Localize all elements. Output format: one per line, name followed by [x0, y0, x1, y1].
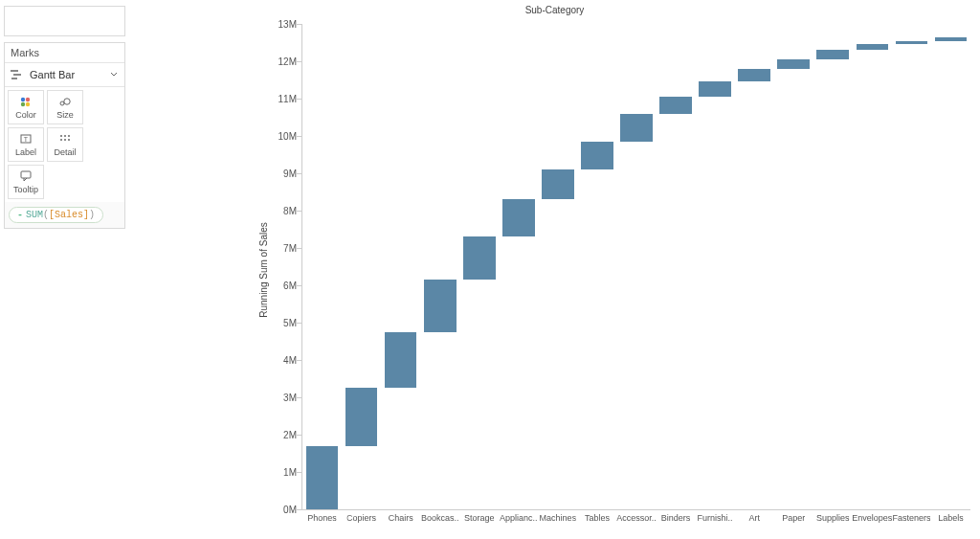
svg-point-12: [64, 135, 66, 137]
marks-size-label: Size: [56, 110, 74, 120]
sidebar: Marks Gantt Bar Color: [0, 0, 129, 539]
marks-card: Marks Gantt Bar Color: [4, 42, 125, 229]
y-tick-label: 0M: [283, 505, 302, 515]
marks-color-label: Color: [15, 110, 36, 120]
marks-title: Marks: [5, 43, 124, 63]
marks-tooltip-button[interactable]: Tooltip: [8, 165, 44, 199]
waterfall-bar[interactable]: [502, 199, 535, 236]
svg-point-8: [64, 99, 70, 104]
y-tick-label: 13M: [278, 19, 302, 30]
marks-pill-row: - SUM ( [Sales] ): [5, 202, 124, 228]
x-tick-label: Tables: [585, 509, 610, 523]
marks-color-button[interactable]: Color: [8, 90, 44, 124]
waterfall-bar[interactable]: [345, 388, 378, 445]
y-tick-label: 1M: [283, 467, 302, 478]
pill-close: ): [89, 210, 95, 220]
waterfall-bar[interactable]: [738, 69, 770, 82]
svg-point-13: [68, 135, 70, 137]
waterfall-bar[interactable]: [777, 59, 810, 69]
x-tick-label: Machines: [540, 509, 577, 523]
y-tick-label: 7M: [283, 243, 302, 254]
y-tick-label: 2M: [283, 430, 302, 440]
x-tick-label: Chairs: [389, 509, 413, 523]
app-root: Marks Gantt Bar Color: [0, 0, 980, 539]
y-tick-label: 5M: [283, 318, 302, 328]
x-tick-label: Accessor..: [616, 509, 657, 523]
x-tick-label: Storage: [464, 509, 495, 523]
waterfall-bar[interactable]: [857, 44, 889, 50]
y-tick-label: 3M: [283, 393, 302, 403]
chart-title: Sub-Category: [129, 5, 980, 15]
waterfall-bar[interactable]: [935, 37, 968, 40]
shelf-placeholder[interactable]: [4, 6, 125, 36]
svg-point-14: [60, 139, 62, 141]
waterfall-bar[interactable]: [581, 142, 613, 169]
x-tick-label: Applianc..: [500, 509, 538, 523]
x-tick-label: Supplies: [816, 509, 850, 523]
svg-point-11: [60, 135, 62, 137]
x-tick-label: Fasteners: [892, 509, 930, 523]
waterfall-bar[interactable]: [385, 332, 417, 389]
x-tick-label: Binders: [661, 509, 691, 523]
tooltip-icon: [19, 169, 33, 183]
y-tick-label: 4M: [283, 355, 302, 366]
x-tick-label: Envelopes: [852, 509, 892, 523]
marks-label-label: Label: [15, 147, 36, 157]
marks-grid: Color Size T Label: [5, 87, 124, 202]
pill-minus: -: [17, 210, 23, 220]
waterfall-bar[interactable]: [463, 236, 496, 280]
svg-text:T: T: [24, 136, 29, 143]
y-tick-label: 9M: [283, 168, 302, 179]
gantt-bar-icon: [11, 68, 24, 81]
marks-size-button[interactable]: Size: [47, 90, 83, 124]
size-icon: [58, 95, 72, 108]
chevron-down-icon: [109, 70, 119, 79]
waterfall-bar[interactable]: [542, 169, 574, 199]
marks-label-button[interactable]: T Label: [8, 127, 44, 162]
waterfall-bar[interactable]: [424, 280, 457, 332]
svg-rect-2: [11, 78, 17, 79]
waterfall-bar[interactable]: [816, 50, 849, 59]
svg-rect-0: [11, 70, 18, 72]
waterfall-bar[interactable]: [306, 446, 339, 509]
y-axis-label: Running Sum of Sales: [258, 222, 269, 318]
color-icon: [19, 95, 33, 108]
y-tick-label: 12M: [278, 56, 302, 67]
y-tick-label: 11M: [278, 94, 302, 104]
x-tick-label: Art: [748, 509, 760, 523]
svg-point-4: [26, 98, 30, 101]
x-tick-label: Furnishi..: [698, 509, 733, 523]
x-tick-label: Copiers: [346, 509, 376, 523]
waterfall-bar[interactable]: [620, 114, 653, 142]
y-tick-label: 6M: [283, 281, 302, 291]
svg-point-5: [21, 102, 25, 106]
svg-point-3: [21, 98, 25, 101]
detail-icon: [58, 132, 72, 146]
chart-area[interactable]: Sub-Category Running Sum of Sales 0M1M2M…: [129, 0, 980, 539]
size-pill-sum-sales[interactable]: - SUM ( [Sales] ): [9, 207, 103, 223]
marks-tooltip-label: Tooltip: [13, 185, 38, 194]
waterfall-bar[interactable]: [659, 97, 692, 114]
mark-type-label: Gantt Bar: [30, 69, 109, 80]
plot-region[interactable]: 0M1M2M3M4M5M6M7M8M9M10M11M12M13MPhonesCo…: [301, 24, 970, 510]
label-icon: T: [19, 132, 33, 146]
x-tick-label: Bookcas..: [421, 509, 459, 523]
svg-rect-1: [13, 74, 21, 76]
x-tick-label: Phones: [307, 509, 337, 523]
y-tick-label: 10M: [278, 131, 302, 142]
waterfall-bar[interactable]: [896, 41, 928, 45]
x-tick-label: Paper: [782, 509, 805, 523]
svg-point-6: [26, 102, 30, 106]
marks-detail-button[interactable]: Detail: [47, 127, 83, 162]
y-tick-label: 8M: [283, 206, 302, 216]
pill-fn: SUM: [26, 210, 43, 220]
marks-detail-label: Detail: [54, 147, 76, 157]
svg-point-16: [68, 139, 70, 141]
x-tick-label: Labels: [938, 509, 964, 523]
waterfall-bar[interactable]: [699, 81, 731, 97]
svg-rect-17: [21, 171, 31, 178]
mark-type-dropdown[interactable]: Gantt Bar: [5, 63, 124, 87]
pill-field: [Sales]: [49, 210, 89, 220]
svg-point-15: [64, 139, 66, 141]
